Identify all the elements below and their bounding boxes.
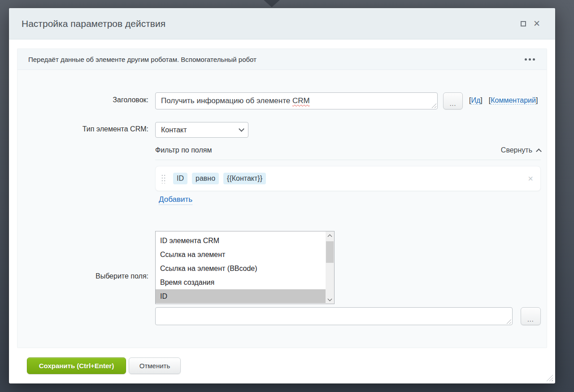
close-icon: ✕ [533,19,540,28]
crm-type-selected-value: Контакт [161,126,239,134]
action-settings-dialog: Настройка параметров действия ✕ Передаёт… [9,8,555,383]
scrollbar-thumb[interactable] [326,241,334,263]
maximize-button[interactable] [517,17,530,30]
fields-insert-value-button[interactable]: ... [521,307,541,325]
crm-type-select[interactable]: Контакт [155,122,248,138]
filter-operator-chip[interactable]: равно [192,173,219,184]
title-label: Заголовок: [17,92,155,104]
textarea-resize-grip-icon[interactable] [430,102,436,108]
dialog-title: Настройка параметров действия [22,18,517,29]
scroll-down-button[interactable] [326,296,334,304]
more-menu-button[interactable] [524,56,536,63]
title-value: Получить информацию об элементе [161,96,292,105]
drag-handle-icon[interactable] [161,174,166,183]
fields-value-row: ... [17,307,547,325]
dialog-resize-grip-icon[interactable] [546,375,553,381]
scrollbar-track[interactable] [326,240,334,296]
select-fields-row: Выберите поля: ID элемента CRM Ссылка на… [17,231,547,304]
title-insert-value-button[interactable]: ... [443,92,463,109]
save-button[interactable]: Сохранить (Ctrl+Enter) [27,357,126,374]
filter-card-spacer [17,166,155,170]
title-field-area: Получить информацию об элементе CRM ... … [155,92,541,109]
dot-icon [529,58,531,61]
select-fields-label: Выберите поля: [17,231,155,280]
fields-listbox[interactable]: ID элемента CRM Ссылка на элемент Ссылка… [155,231,335,304]
dot-icon [533,58,535,61]
crm-type-row: Тип элемента CRM: Контакт [17,122,547,138]
dialog-header: Настройка параметров действия ✕ [9,8,555,39]
title-row: Заголовок: Получить информацию об элемен… [17,92,547,109]
add-filter-row: Добавить [17,195,547,205]
title-value-misspelled: CRM [292,96,310,105]
fields-value-input[interactable] [155,307,513,325]
dot-icon [525,58,527,61]
comment-link[interactable]: Комментарий [491,96,536,105]
filter-section-title: Фильтр по полям [155,146,501,154]
title-links: [Ид] [Комментарий] [469,92,538,105]
listbox-option[interactable]: Время создания [156,275,326,289]
title-input[interactable]: Получить информацию об элементе CRM [155,92,438,109]
close-button[interactable]: ✕ [530,17,544,30]
fields-value-area: ... [155,307,541,325]
id-link[interactable]: Ид [471,96,480,105]
settings-form: Заголовок: Получить информацию об элемен… [17,70,547,325]
scroll-up-button[interactable] [326,231,334,240]
crm-type-field-area: Контакт [155,122,541,138]
crm-type-label: Тип элемента CRM: [17,122,155,133]
collapse-label: Свернуть [501,146,532,154]
settings-panel: Передаёт данные об элементе другим робот… [17,48,547,348]
listbox-scrollbar[interactable] [326,231,334,304]
listbox-option-selected[interactable]: ID [156,289,326,303]
filter-field-chip[interactable]: ID [173,173,187,184]
add-filter-spacer [17,195,155,199]
add-filter-link[interactable]: Добавить [159,195,192,205]
filter-header-area: Фильтр по полям Свернуть [155,146,541,160]
chevron-down-icon [239,126,244,132]
collapse-filter-button[interactable]: Свернуть [501,146,541,154]
fields-listbox-items: ID элемента CRM Ссылка на элемент Ссылка… [156,231,326,304]
fields-value-spacer [17,307,155,311]
chevron-up-icon [536,148,542,154]
scroll-down-icon [328,297,332,301]
filter-card-area: ID равно {{Контакт}} × [155,166,541,191]
listbox-option[interactable]: ID элемента CRM [156,234,326,248]
listbox-option[interactable]: Ссылка на элемент [156,248,326,261]
filter-header-row: Фильтр по полям Свернуть [17,146,547,160]
filter-card-row: ID равно {{Контакт}} × [17,166,547,191]
maximize-icon [521,21,526,26]
listbox-option[interactable]: Ссылка на элемент (BBcode) [156,261,326,275]
dialog-footer: Сохранить (Ctrl+Enter) Отменить [17,348,547,374]
background-page-shape [264,0,280,7]
cancel-button[interactable]: Отменить [129,357,181,374]
comment-link-wrap: [Комментарий] [489,92,538,105]
filter-condition-card: ID равно {{Контакт}} × [155,166,541,191]
dialog-body: Передаёт данные об элементе другим робот… [9,39,555,374]
select-fields-area: ID элемента CRM Ссылка на элемент Ссылка… [155,231,541,304]
robot-description: Передаёт данные об элементе другим робот… [28,56,524,63]
remove-filter-icon[interactable]: × [528,174,533,183]
filter-header-spacer [17,146,155,150]
id-link-wrap: [Ид] [469,92,483,105]
filter-value-chip[interactable]: {{Контакт}} [223,173,266,184]
scroll-up-icon [328,234,332,239]
robot-description-bar: Передаёт данные об элементе другим робот… [17,49,547,70]
textarea-resize-grip-icon[interactable] [505,318,511,324]
add-filter-area: Добавить [155,195,541,205]
